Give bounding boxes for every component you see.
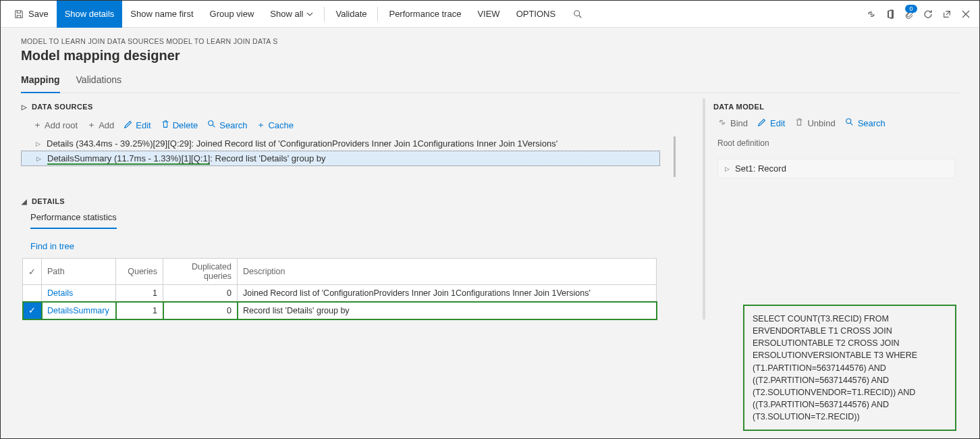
link-icon — [717, 118, 727, 129]
root-definition-label: Root definition — [717, 138, 959, 148]
unbind-button[interactable]: Unbind — [794, 118, 835, 129]
path-link[interactable]: Details — [47, 288, 73, 298]
svg-point-4 — [846, 119, 850, 124]
find-in-tree-link[interactable]: Find in tree — [30, 241, 74, 251]
data-sources-header[interactable]: ▷ DATA SOURCES — [21, 103, 676, 111]
show-details-button[interactable]: Show details — [57, 1, 123, 28]
data-sources-tree: ▷ Details (343.4ms - 39.25%)[29][Q:29]: … — [21, 136, 676, 177]
row-check[interactable]: ✓ — [23, 302, 42, 319]
cell-dup: 0 — [163, 302, 238, 319]
performance-grid: ✓ Path Queries Duplicated queries Descri… — [22, 258, 657, 319]
options-menu-button[interactable]: OPTIONS — [508, 1, 564, 28]
validate-button[interactable]: Validate — [327, 1, 375, 28]
svg-point-2 — [209, 120, 213, 125]
show-name-first-button[interactable]: Show name first — [122, 1, 201, 28]
cell-desc: Record list 'Details' group by — [238, 302, 657, 319]
group-view-button[interactable]: Group view — [202, 1, 263, 28]
svg-line-5 — [850, 123, 853, 126]
action-toolbar: Save Show details Show name first Group … — [1, 1, 979, 28]
col-check[interactable]: ✓ — [23, 259, 42, 285]
edit-button[interactable]: Edit — [757, 118, 785, 129]
office-icon[interactable] — [881, 1, 900, 28]
save-label: Save — [28, 9, 49, 19]
tree-row-label: DetailsSummary (11.7ms - 1.33%)[1][Q:1]:… — [47, 153, 325, 163]
popout-icon[interactable] — [937, 1, 956, 28]
col-dup[interactable]: Duplicated queries — [163, 259, 238, 285]
caret-right-icon: ▷ — [21, 103, 28, 111]
performance-trace-button[interactable]: Performance trace — [381, 1, 469, 28]
add-button[interactable]: ＋Add — [87, 119, 114, 131]
record-label: Set1: Record — [735, 163, 786, 174]
svg-line-1 — [579, 15, 582, 18]
separator — [377, 7, 378, 22]
search-button[interactable]: Search — [207, 119, 247, 131]
row-check[interactable] — [23, 285, 42, 302]
tab-mapping[interactable]: Mapping — [21, 70, 60, 93]
svg-point-0 — [574, 10, 580, 16]
page-tabs: Mapping Validations — [21, 70, 959, 93]
breadcrumb: MODEL TO LEARN JOIN DATA SOURCES MODEL T… — [21, 37, 959, 45]
grid-header: ✓ Path Queries Duplicated queries Descri… — [23, 259, 657, 285]
tree-row-details-summary[interactable]: ▷ DetailsSummary (11.7ms - 1.33%)[1][Q:1… — [21, 151, 660, 166]
save-button[interactable]: Save — [5, 1, 57, 28]
search-button[interactable] — [564, 1, 592, 28]
edit-button[interactable]: Edit — [124, 119, 151, 131]
add-root-button[interactable]: ＋Add root — [33, 119, 78, 131]
link-icon[interactable] — [862, 1, 881, 28]
pencil-icon — [124, 120, 133, 131]
grid-row[interactable]: ✓ DetailsSummary 1 0 Record list 'Detail… — [23, 302, 657, 319]
data-model-header: DATA MODEL — [713, 103, 959, 111]
record-row[interactable]: ▷ Set1: Record — [717, 159, 955, 178]
page-title: Model mapping designer — [21, 48, 959, 63]
cell-dup: 0 — [163, 285, 238, 302]
separator — [324, 7, 325, 22]
search-button[interactable]: Search — [845, 118, 886, 129]
search-icon — [572, 8, 584, 20]
col-path[interactable]: Path — [42, 259, 116, 285]
chevron-down-icon — [306, 11, 313, 18]
path-link[interactable]: DetailsSummary — [47, 306, 109, 315]
search-icon — [207, 120, 217, 131]
attachments-button[interactable] — [900, 1, 919, 28]
caret-down-icon: ◢ — [21, 198, 28, 205]
page-content: MODEL TO LEARN JOIN DATA SOURCES MODEL T… — [1, 28, 979, 438]
close-icon[interactable] — [956, 1, 975, 28]
expander-icon[interactable]: ▷ — [725, 165, 730, 172]
pencil-icon — [757, 118, 767, 129]
plus-icon: ＋ — [256, 119, 265, 131]
svg-line-3 — [213, 124, 215, 127]
tab-validations[interactable]: Validations — [76, 70, 121, 93]
search-icon — [845, 118, 854, 129]
tab-performance-statistics[interactable]: Performance statistics — [30, 209, 117, 229]
cell-queries: 1 — [116, 285, 163, 302]
tree-row-label: Details (343.4ms - 39.25%)[29][Q:29]: Jo… — [47, 138, 557, 149]
col-desc[interactable]: Description — [238, 259, 657, 285]
cache-button[interactable]: ＋Cache — [256, 119, 294, 131]
view-menu-button[interactable]: VIEW — [469, 1, 508, 28]
tree-row-details[interactable]: ▷ Details (343.4ms - 39.25%)[29][Q:29]: … — [21, 136, 660, 151]
sql-query-box: SELECT COUNT(T3.RECID) FROM ERVENDORTABL… — [743, 305, 956, 431]
plus-icon: ＋ — [33, 119, 42, 131]
data-model-toolbar: Bind Edit Unbind Search — [713, 115, 959, 136]
cell-desc: Joined Record list of 'ConfigurationProv… — [238, 285, 657, 302]
save-icon — [13, 8, 25, 20]
bind-button[interactable]: Bind — [717, 118, 748, 129]
trash-icon — [161, 120, 170, 131]
delete-button[interactable]: Delete — [161, 119, 198, 131]
expander-icon[interactable]: ▷ — [36, 155, 42, 162]
plus-icon: ＋ — [87, 119, 96, 131]
expander-icon[interactable]: ▷ — [36, 140, 41, 147]
show-all-button[interactable]: Show all — [262, 1, 321, 28]
refresh-icon[interactable] — [919, 1, 937, 28]
cell-queries: 1 — [116, 302, 163, 319]
data-sources-toolbar: ＋Add root ＋Add Edit Delete Search ＋Cache — [21, 115, 676, 135]
trash-icon — [794, 118, 804, 129]
col-queries[interactable]: Queries — [116, 259, 163, 285]
grid-row[interactable]: Details 1 0 Joined Record list of 'Confi… — [23, 285, 657, 302]
details-header[interactable]: ◢ DETAILS — [21, 197, 676, 205]
